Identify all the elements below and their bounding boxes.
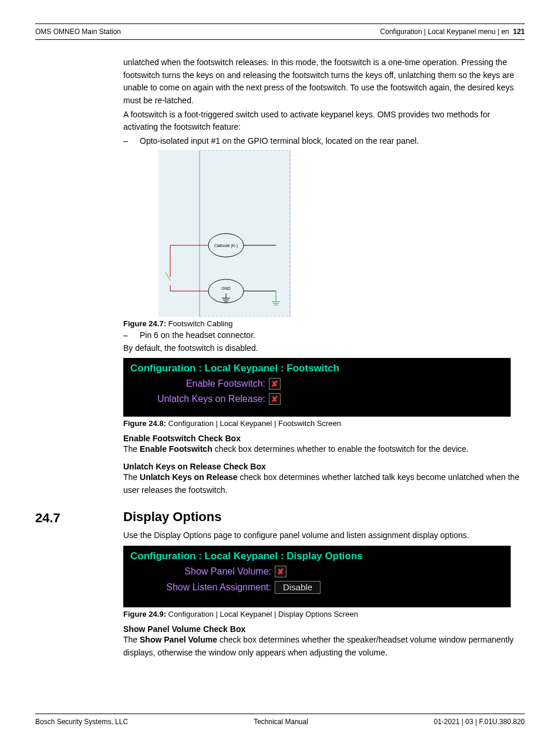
screen-title: Configuration : Local Keypanel : Footswi… (130, 363, 339, 374)
footer-center: Technical Manual (254, 718, 308, 726)
screen-title: Configuration : Local Keypanel : Display… (130, 550, 363, 562)
paragraph: By default, the footswitch is disabled. (123, 342, 525, 355)
show-listen-assignment-label: Show Listen Assignment: (130, 582, 271, 593)
cathode-label: Cathode (K-) (214, 244, 238, 248)
page-header: OMS OMNEO Main Station Configuration | L… (35, 28, 525, 36)
figure-label: Figure 24.7: (123, 319, 166, 328)
list-item-text: Pin 6 on the headset connector. (140, 329, 525, 342)
show-panel-volume-label: Show Panel Volume: (130, 566, 271, 577)
page-footer: Bosch Security Systems, LLC Technical Ma… (35, 718, 525, 726)
header-right: Configuration | Local Keypanel menu | en… (380, 28, 525, 36)
paragraph: A footswitch is a foot-triggered switch … (123, 109, 525, 134)
figure-caption: Figure 24.8: Configuration | Local Keypa… (123, 419, 525, 428)
figure-caption: Figure 24.9: Configuration | Local Keypa… (123, 610, 525, 618)
header-right-text: Configuration | Local Keypanel menu | en (380, 28, 510, 36)
figure-text: Configuration | Local Keypanel | Footswi… (168, 419, 341, 428)
paragraph: unlatched when the footswitch releases. … (123, 56, 525, 107)
list-item: – Opto-isolated input #1 on the GPIO ter… (123, 135, 525, 148)
subsection-heading: Enable Footswitch Check Box (123, 434, 525, 443)
x-icon: ✘ (277, 567, 284, 576)
list-item: – Pin 6 on the headset connector. (123, 329, 525, 342)
display-options-screen: Configuration : Local Keypanel : Display… (123, 546, 511, 607)
footer-left: Bosch Security Systems, LLC (35, 718, 128, 726)
enable-footswitch-label: Enable Footswitch: (130, 378, 265, 389)
enable-footswitch-checkbox[interactable]: ✘ (269, 378, 281, 390)
show-listen-assignment-value[interactable]: Disable (275, 581, 321, 594)
footswitch-cabling-diagram: Cathode (K-) GND (158, 150, 291, 317)
paragraph: The Enable Footswitch check box determin… (123, 443, 525, 456)
subsection-heading: Unlatch Keys on Release Check Box (123, 462, 525, 471)
svg-line-10 (166, 272, 170, 280)
page-number: 121 (513, 28, 525, 36)
paragraph: The Unlatch Keys on Release check box de… (123, 471, 525, 496)
figure-text: Footswitch Cabling (168, 319, 233, 328)
section-heading: 24.7 Display Options (35, 509, 525, 526)
list-item-text: Opto-isolated input #1 on the GPIO termi… (140, 135, 525, 148)
svg-point-3 (208, 279, 244, 303)
unlatch-keys-label: Unlatch Keys on Release: (130, 394, 265, 404)
show-panel-volume-checkbox[interactable]: ✘ (275, 566, 286, 577)
figure-text: Configuration | Local Keypanel | Display… (168, 610, 358, 618)
svg-rect-0 (200, 150, 290, 317)
unlatch-keys-checkbox[interactable]: ✘ (269, 393, 281, 405)
section-title: Display Options (123, 509, 221, 526)
subsection-heading: Show Panel Volume Check Box (123, 624, 525, 634)
paragraph: The Show Panel Volume check box determin… (123, 634, 525, 659)
figure-caption: Figure 24.7: Footswitch Cabling (123, 319, 525, 328)
figure-label: Figure 24.9: (123, 610, 166, 618)
paragraph: Use the Display Options page to configur… (123, 529, 525, 542)
section-number: 24.7 (35, 509, 123, 526)
x-icon: ✘ (271, 394, 278, 404)
footswitch-screen: Configuration : Local Keypanel : Footswi… (123, 358, 511, 417)
figure-label: Figure 24.8: (123, 419, 166, 428)
gnd-label: GND (221, 286, 231, 290)
x-icon: ✘ (271, 379, 278, 388)
header-left: OMS OMNEO Main Station (35, 28, 121, 36)
footer-right: 01-2021 | 03 | F.01U.380.820 (434, 718, 525, 726)
